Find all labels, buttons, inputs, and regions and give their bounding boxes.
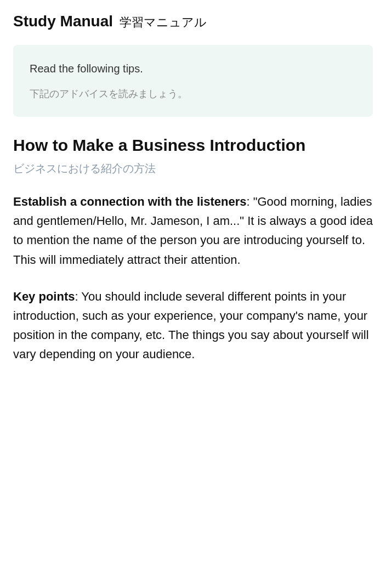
tip-box-english: Read the following tips. <box>30 60 356 77</box>
page-header: Study Manual 学習マニュアル <box>13 10 373 33</box>
section-2-label: Key points <box>13 290 75 303</box>
section-2: Key points: You should include several d… <box>13 287 373 364</box>
page-title-japanese: 学習マニュアル <box>120 13 207 31</box>
section-1: Establish a connection with the listener… <box>13 192 373 269</box>
article-title-japanese: ビジネスにおける紹介の方法 <box>13 160 373 177</box>
tip-box-japanese: 下記のアドバイスを読みましょう。 <box>30 87 356 101</box>
page-title-english: Study Manual <box>13 10 113 33</box>
tip-box: Read the following tips. 下記のアドバイスを読みましょう… <box>13 45 373 117</box>
section-1-label: Establish a connection with the listener… <box>13 195 246 208</box>
article-title-english: How to Make a Business Introduction <box>13 134 373 156</box>
section-1-text: Establish a connection with the listener… <box>13 192 373 269</box>
section-2-text: Key points: You should include several d… <box>13 287 373 364</box>
